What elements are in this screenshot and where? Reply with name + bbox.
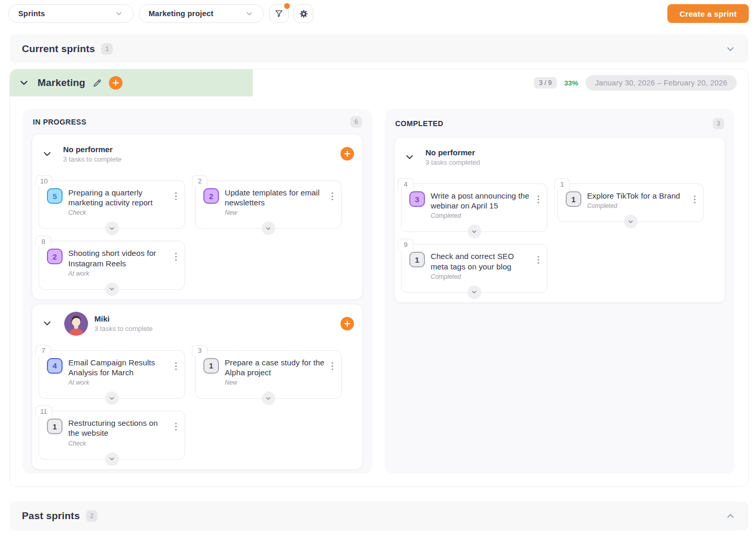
task-card[interactable]: 7 4 Email Campaign Results Analysis for … xyxy=(39,345,185,399)
task-title: Prepare a case study for the Alpha proje… xyxy=(225,358,325,377)
expand-task-chevron-button[interactable] xyxy=(105,282,119,296)
task-status: Completed xyxy=(431,212,531,219)
task-id-tab: 1 xyxy=(554,178,570,189)
task-menu-kebab-icon[interactable] xyxy=(175,248,178,261)
task-menu-kebab-icon[interactable] xyxy=(537,191,541,203)
priority-badge: 5 xyxy=(47,188,63,204)
task-title: Restructuring sections on the website xyxy=(68,418,169,438)
priority-badge: 4 xyxy=(47,358,63,374)
collapse-sprint-chevron-icon[interactable] xyxy=(18,77,30,89)
expand-task-chevron-button[interactable] xyxy=(105,452,119,466)
task-id-tab: 7 xyxy=(35,345,51,356)
priority-badge: 1 xyxy=(566,191,581,207)
collapse-chevron-down-icon[interactable] xyxy=(725,43,736,55)
task-id-tab: 8 xyxy=(35,236,51,247)
task-menu-kebab-icon[interactable] xyxy=(175,188,178,200)
performer-info: No performer 3 tasks completed xyxy=(425,148,480,166)
performer-task-summary: 3 tasks completed xyxy=(425,158,480,166)
priority-badge: 3 xyxy=(409,191,425,207)
sprint-name: Marketing xyxy=(38,77,86,89)
sprint-progress-ratio: 3 / 9 xyxy=(534,77,557,89)
sprint-card: Marketing 3 / 9 33% January 30, 2026 – F… xyxy=(9,69,749,487)
expand-task-chevron-button[interactable] xyxy=(468,225,481,238)
task-menu-kebab-icon[interactable] xyxy=(537,251,541,264)
priority-badge: 2 xyxy=(203,188,219,204)
task-info: Prepare a case study for the Alpha proje… xyxy=(225,358,325,386)
sprint-progress-percent: 33% xyxy=(564,79,578,87)
task-menu-kebab-icon[interactable] xyxy=(175,418,178,431)
board-column: COMPLETED 3 No performer 3 tasks complet… xyxy=(385,109,735,474)
column-count-badge: 3 xyxy=(713,118,724,129)
task-card[interactable]: 9 1 Check and correct SEO meta tags on y… xyxy=(401,239,547,292)
task-info: Write a post announcing the webinar on A… xyxy=(431,191,531,219)
task-card[interactable]: 1 1 Explore TikTok for a Brand Completed xyxy=(557,178,704,222)
collapse-group-chevron-icon[interactable] xyxy=(42,149,53,159)
expand-task-chevron-button[interactable] xyxy=(262,391,275,405)
edit-pencil-icon[interactable] xyxy=(92,78,102,88)
task-card[interactable]: 2 2 Update templates for email newslette… xyxy=(195,175,342,229)
task-status: Completed xyxy=(431,273,531,280)
task-info: Check and correct SEO meta tags on your … xyxy=(431,251,531,280)
performer-group-header: Miki 3 tasks to complete xyxy=(32,304,362,343)
performer-group: No performer 3 tasks to complete 10 5 Pr… xyxy=(32,134,363,300)
group-tasks: 10 5 Preparing a quarterly marketing act… xyxy=(32,175,362,290)
task-menu-kebab-icon[interactable] xyxy=(331,188,335,200)
task-id-tab: 11 xyxy=(35,405,52,416)
current-sprints-count-badge: 1 xyxy=(101,43,113,55)
performer-task-summary: 3 tasks to complete xyxy=(94,325,153,333)
task-title: Shooting short videos for Instagram Reel… xyxy=(68,248,169,268)
task-info: Update templates for email newsletters N… xyxy=(225,188,325,216)
sprints-view-select[interactable]: Sprints xyxy=(8,4,133,23)
task-menu-kebab-icon[interactable] xyxy=(693,191,697,203)
column-title: IN PROGRESS xyxy=(33,118,87,126)
column-groups: No performer 3 tasks completed 4 3 Write… xyxy=(394,137,725,303)
task-status: New xyxy=(225,209,325,216)
collapse-group-chevron-icon[interactable] xyxy=(42,318,53,329)
add-task-to-sprint-button[interactable] xyxy=(109,76,123,90)
collapse-chevron-up-icon[interactable] xyxy=(725,510,736,522)
task-title: Explore TikTok for a Brand xyxy=(587,191,688,201)
column-count-badge: 6 xyxy=(350,116,362,128)
performer-group: Miki 3 tasks to complete 7 4 Email Campa… xyxy=(32,304,363,470)
task-info: Email Campaign Results Analysis for Marc… xyxy=(68,358,169,386)
collapse-group-chevron-icon[interactable] xyxy=(404,152,415,163)
expand-task-chevron-button[interactable] xyxy=(624,215,638,228)
expand-task-chevron-button[interactable] xyxy=(262,222,275,235)
settings-button[interactable] xyxy=(294,4,313,23)
performer-avatar xyxy=(64,312,88,336)
task-card[interactable]: 4 3 Write a post announcing the webinar … xyxy=(401,178,547,232)
task-info: Restructuring sections on the website Ch… xyxy=(68,418,169,447)
task-menu-kebab-icon[interactable] xyxy=(175,358,178,370)
task-info: Preparing a quarterly marketing activity… xyxy=(68,188,169,216)
add-task-button[interactable] xyxy=(340,317,354,330)
performer-info: Miki 3 tasks to complete xyxy=(94,314,153,333)
current-sprints-panel[interactable]: Current sprints 1 xyxy=(9,34,749,64)
sprint-board: IN PROGRESS 6 No performer 3 tasks to co… xyxy=(10,96,748,486)
column-groups: No performer 3 tasks to complete 10 5 Pr… xyxy=(32,134,363,470)
expand-task-chevron-button[interactable] xyxy=(105,391,119,405)
past-sprints-title: Past sprints xyxy=(22,510,80,522)
past-sprints-panel[interactable]: Past sprints 2 xyxy=(9,501,749,531)
project-select[interactable]: Marketing project xyxy=(139,4,264,23)
task-id-tab: 2 xyxy=(192,175,208,186)
task-card[interactable]: 3 1 Prepare a case study for the Alpha p… xyxy=(195,345,342,399)
expand-task-chevron-button[interactable] xyxy=(468,286,481,299)
task-menu-kebab-icon[interactable] xyxy=(331,358,335,370)
task-status: At work xyxy=(68,270,169,277)
task-card[interactable]: 11 1 Restructuring sections on the websi… xyxy=(39,405,185,459)
priority-badge: 1 xyxy=(409,252,425,267)
performer-name: No performer xyxy=(425,148,480,157)
expand-task-chevron-button[interactable] xyxy=(105,222,119,235)
task-info: Explore TikTok for a Brand Completed xyxy=(587,191,688,210)
chevron-down-icon xyxy=(245,9,254,18)
create-sprint-button[interactable]: Create a sprint xyxy=(667,4,749,23)
task-id-tab: 10 xyxy=(35,175,52,186)
gear-icon xyxy=(299,9,309,19)
add-task-button[interactable] xyxy=(340,147,354,161)
filter-button[interactable] xyxy=(269,4,289,23)
task-status: Completed xyxy=(587,202,688,210)
task-status: At work xyxy=(68,379,169,386)
task-card[interactable]: 10 5 Preparing a quarterly marketing act… xyxy=(39,175,185,229)
task-card[interactable]: 8 2 Shooting short videos for Instagram … xyxy=(39,236,185,289)
current-sprints-title: Current sprints xyxy=(22,43,95,55)
